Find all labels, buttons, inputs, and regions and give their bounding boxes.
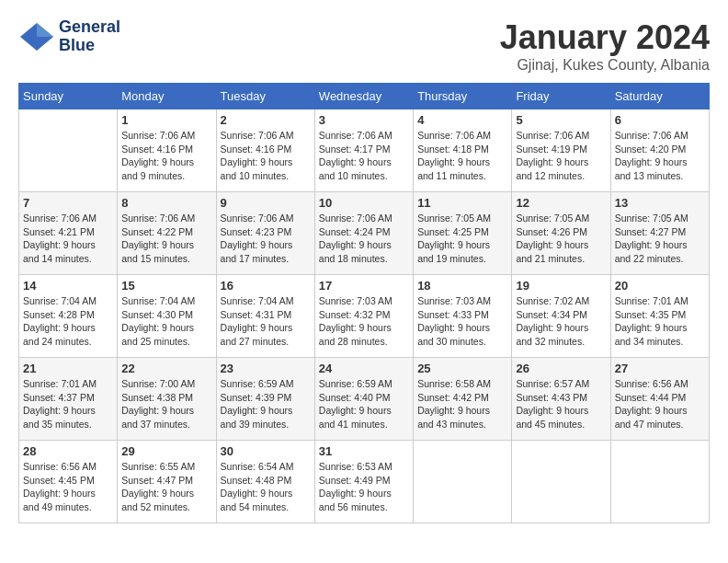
day-sun-info: Sunrise: 7:06 AMSunset: 4:23 PMDaylight:… [221, 212, 311, 266]
day-number: 13 [615, 196, 705, 210]
day-sun-info: Sunrise: 7:00 AMSunset: 4:38 PMDaylight:… [121, 377, 211, 431]
logo: General Blue [18, 18, 120, 55]
weekday-header-sunday: Sunday [19, 84, 118, 109]
day-number: 2 [221, 113, 311, 127]
day-sun-info: Sunrise: 6:58 AMSunset: 4:42 PMDaylight:… [417, 377, 507, 431]
calendar-cell: 1Sunrise: 7:06 AMSunset: 4:16 PMDaylight… [118, 109, 216, 192]
day-sun-info: Sunrise: 7:01 AMSunset: 4:35 PMDaylight:… [615, 294, 705, 349]
day-number: 12 [516, 196, 606, 210]
calendar-cell: 12Sunrise: 7:05 AMSunset: 4:26 PMDayligh… [512, 192, 610, 275]
day-number: 29 [121, 444, 211, 458]
logo-icon [18, 18, 55, 55]
day-number: 8 [121, 196, 211, 210]
day-number: 7 [23, 196, 113, 210]
calendar-cell [19, 109, 118, 192]
calendar-cell: 27Sunrise: 6:56 AMSunset: 4:44 PMDayligh… [610, 358, 709, 441]
calendar-cell: 2Sunrise: 7:06 AMSunset: 4:16 PMDaylight… [216, 109, 314, 192]
day-number: 21 [23, 362, 113, 375]
calendar-cell: 29Sunrise: 6:55 AMSunset: 4:47 PMDayligh… [118, 441, 216, 523]
calendar-cell: 28Sunrise: 6:56 AMSunset: 4:45 PMDayligh… [19, 441, 118, 523]
weekday-header-row: SundayMondayTuesdayWednesdayThursdayFrid… [19, 84, 710, 109]
day-number: 16 [221, 279, 311, 293]
calendar-cell: 16Sunrise: 7:04 AMSunset: 4:31 PMDayligh… [216, 275, 314, 358]
day-number: 9 [221, 196, 311, 210]
calendar-week-row: 21Sunrise: 7:01 AMSunset: 4:37 PMDayligh… [19, 358, 710, 441]
day-number: 17 [319, 279, 409, 293]
day-sun-info: Sunrise: 7:03 AMSunset: 4:33 PMDaylight:… [417, 294, 507, 349]
calendar-cell: 26Sunrise: 6:57 AMSunset: 4:43 PMDayligh… [512, 358, 610, 441]
day-sun-info: Sunrise: 7:06 AMSunset: 4:21 PMDaylight:… [23, 212, 113, 266]
calendar-cell: 21Sunrise: 7:01 AMSunset: 4:37 PMDayligh… [19, 358, 118, 441]
day-number: 30 [221, 444, 311, 458]
calendar-cell: 18Sunrise: 7:03 AMSunset: 4:33 PMDayligh… [414, 275, 512, 358]
calendar-cell: 3Sunrise: 7:06 AMSunset: 4:17 PMDaylight… [314, 109, 413, 192]
weekday-header-monday: Monday [118, 84, 216, 109]
calendar-week-row: 7Sunrise: 7:06 AMSunset: 4:21 PMDaylight… [19, 192, 710, 275]
day-sun-info: Sunrise: 6:59 AMSunset: 4:40 PMDaylight:… [319, 377, 409, 431]
calendar-cell: 10Sunrise: 7:06 AMSunset: 4:24 PMDayligh… [314, 192, 413, 275]
day-sun-info: Sunrise: 7:06 AMSunset: 4:24 PMDaylight:… [319, 212, 409, 266]
day-sun-info: Sunrise: 7:02 AMSunset: 4:34 PMDaylight:… [516, 294, 606, 349]
calendar-week-row: 28Sunrise: 6:56 AMSunset: 4:45 PMDayligh… [19, 441, 710, 523]
day-sun-info: Sunrise: 7:04 AMSunset: 4:28 PMDaylight:… [23, 294, 113, 349]
day-number: 3 [319, 113, 409, 127]
day-sun-info: Sunrise: 7:05 AMSunset: 4:26 PMDaylight:… [516, 212, 606, 266]
calendar-cell: 11Sunrise: 7:05 AMSunset: 4:25 PMDayligh… [414, 192, 512, 275]
day-sun-info: Sunrise: 7:05 AMSunset: 4:27 PMDaylight:… [615, 212, 705, 266]
day-number: 20 [615, 279, 705, 293]
calendar-cell: 24Sunrise: 6:59 AMSunset: 4:40 PMDayligh… [314, 358, 413, 441]
calendar-cell: 25Sunrise: 6:58 AMSunset: 4:42 PMDayligh… [414, 358, 512, 441]
calendar-cell: 22Sunrise: 7:00 AMSunset: 4:38 PMDayligh… [118, 358, 216, 441]
weekday-header-friday: Friday [512, 84, 610, 109]
day-number: 14 [23, 279, 113, 293]
day-number: 24 [319, 362, 409, 375]
weekday-header-tuesday: Tuesday [216, 84, 314, 109]
day-number: 11 [417, 196, 507, 210]
day-sun-info: Sunrise: 7:06 AMSunset: 4:22 PMDaylight:… [121, 212, 211, 266]
day-sun-info: Sunrise: 7:04 AMSunset: 4:31 PMDaylight:… [221, 294, 311, 349]
day-sun-info: Sunrise: 7:06 AMSunset: 4:16 PMDaylight:… [221, 129, 311, 183]
day-number: 19 [516, 279, 606, 293]
calendar-cell: 17Sunrise: 7:03 AMSunset: 4:32 PMDayligh… [314, 275, 413, 358]
calendar-cell: 8Sunrise: 7:06 AMSunset: 4:22 PMDaylight… [118, 192, 216, 275]
day-sun-info: Sunrise: 7:06 AMSunset: 4:19 PMDaylight:… [516, 129, 606, 183]
day-number: 22 [121, 362, 211, 375]
day-number: 10 [319, 196, 409, 210]
day-sun-info: Sunrise: 7:01 AMSunset: 4:37 PMDaylight:… [23, 377, 113, 431]
day-number: 25 [417, 362, 507, 375]
day-number: 4 [417, 113, 507, 127]
day-number: 28 [23, 444, 113, 458]
day-sun-info: Sunrise: 6:59 AMSunset: 4:39 PMDaylight:… [221, 377, 311, 431]
calendar-table: SundayMondayTuesdayWednesdayThursdayFrid… [18, 83, 710, 523]
calendar-cell [610, 441, 709, 523]
day-sun-info: Sunrise: 7:06 AMSunset: 4:16 PMDaylight:… [121, 129, 211, 183]
day-number: 1 [121, 113, 211, 127]
svg-marker-1 [37, 23, 53, 37]
calendar-cell: 31Sunrise: 6:53 AMSunset: 4:49 PMDayligh… [314, 441, 413, 523]
calendar-cell: 6Sunrise: 7:06 AMSunset: 4:20 PMDaylight… [610, 109, 709, 192]
calendar-cell: 7Sunrise: 7:06 AMSunset: 4:21 PMDaylight… [19, 192, 118, 275]
day-sun-info: Sunrise: 7:04 AMSunset: 4:30 PMDaylight:… [121, 294, 211, 349]
day-number: 5 [516, 113, 606, 127]
calendar-cell: 4Sunrise: 7:06 AMSunset: 4:18 PMDaylight… [414, 109, 512, 192]
page-header: General Blue January 2024 Gjinaj, Kukes … [18, 18, 710, 74]
calendar-cell: 5Sunrise: 7:06 AMSunset: 4:19 PMDaylight… [512, 109, 610, 192]
day-number: 26 [516, 362, 606, 375]
day-sun-info: Sunrise: 6:55 AMSunset: 4:47 PMDaylight:… [121, 460, 211, 514]
weekday-header-saturday: Saturday [610, 84, 709, 109]
calendar-cell: 19Sunrise: 7:02 AMSunset: 4:34 PMDayligh… [512, 275, 610, 358]
day-sun-info: Sunrise: 7:06 AMSunset: 4:18 PMDaylight:… [417, 129, 507, 183]
calendar-cell: 13Sunrise: 7:05 AMSunset: 4:27 PMDayligh… [610, 192, 709, 275]
day-number: 15 [121, 279, 211, 293]
day-sun-info: Sunrise: 6:53 AMSunset: 4:49 PMDaylight:… [319, 460, 409, 514]
calendar-cell [512, 441, 610, 523]
calendar-cell: 9Sunrise: 7:06 AMSunset: 4:23 PMDaylight… [216, 192, 314, 275]
day-sun-info: Sunrise: 7:05 AMSunset: 4:25 PMDaylight:… [417, 212, 507, 266]
day-sun-info: Sunrise: 6:57 AMSunset: 4:43 PMDaylight:… [516, 377, 606, 431]
day-sun-info: Sunrise: 7:06 AMSunset: 4:17 PMDaylight:… [319, 129, 409, 183]
logo-line1: General [59, 18, 120, 37]
day-sun-info: Sunrise: 7:06 AMSunset: 4:20 PMDaylight:… [615, 129, 705, 183]
day-number: 18 [417, 279, 507, 293]
calendar-cell: 15Sunrise: 7:04 AMSunset: 4:30 PMDayligh… [118, 275, 216, 358]
day-number: 6 [615, 113, 705, 127]
